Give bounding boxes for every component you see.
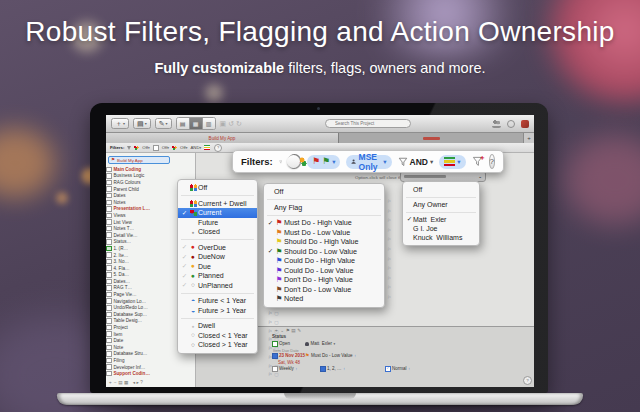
logic-dropdown[interactable]: AND ▾: [398, 157, 434, 167]
checkbox[interactable]: [106, 325, 112, 331]
search-input[interactable]: [325, 119, 411, 128]
print-button[interactable]: ▤▾: [133, 118, 151, 129]
menu-item[interactable]: ✓ UnPlanned: [178, 281, 257, 291]
menu-item[interactable]: Could Do - High Value: [264, 256, 384, 266]
menu-item[interactable]: ✓ Matt Exler: [403, 215, 479, 224]
stepper-icon[interactable]: ↕: [408, 366, 410, 371]
menu-item[interactable]: Any Owner: [403, 200, 479, 209]
logic-dropdown[interactable]: AND▾: [190, 145, 201, 150]
menu-item[interactable]: Future > 1 Year: [178, 306, 257, 316]
checkbox[interactable]: [106, 358, 112, 364]
repeat-field[interactable]: Weekly↕: [272, 366, 297, 372]
checkbox[interactable]: [106, 252, 112, 258]
view-columns-icon[interactable]: ▦: [190, 118, 203, 129]
menu-item[interactable]: ✓ Must Do - High Value: [264, 218, 384, 228]
checkbox[interactable]: [106, 219, 112, 225]
menu-item[interactable]: Could Do - Low Value: [264, 266, 384, 276]
checkbox[interactable]: [106, 259, 112, 265]
priority-field[interactable]: ✓Normal↕: [385, 366, 410, 372]
sidebar-item[interactable]: Support Codin…: [106, 370, 196, 377]
checkbox[interactable]: [106, 305, 112, 311]
checkbox[interactable]: [106, 345, 112, 351]
edit-button[interactable]: ✎▾: [155, 118, 172, 129]
help-button[interactable]: ?: [489, 154, 495, 169]
checkbox[interactable]: [106, 226, 112, 232]
checkbox[interactable]: [106, 239, 112, 245]
inspector-toolbar[interactable]: ＋⌄⚑▤✎: [274, 328, 303, 333]
sidebar-item[interactable]: Main Coding: [106, 166, 196, 173]
menu-item[interactable]: Should Do - High Value: [264, 237, 384, 247]
checkbox[interactable]: [106, 265, 112, 271]
owner-filter-dropdown[interactable]: Off▾: [180, 145, 187, 150]
menu-item[interactable]: Off: [264, 187, 384, 197]
menu-item[interactable]: Any Flag: [264, 203, 384, 213]
tab-build-my-app[interactable]: Build My App: [106, 133, 339, 143]
checkbox[interactable]: [106, 338, 112, 344]
checkbox[interactable]: [106, 364, 112, 370]
menu-item[interactable]: Closed: [178, 227, 257, 237]
view-mode-segmented-control[interactable]: ▤▦▥: [176, 117, 216, 130]
checkbox[interactable]: [106, 167, 112, 173]
menu-item[interactable]: Must Do - Low Value: [264, 228, 384, 238]
checkbox[interactable]: [106, 272, 112, 278]
menu-item[interactable]: ✓ DueNow: [178, 252, 257, 262]
stepper-icon[interactable]: ↕: [354, 353, 356, 358]
checkbox[interactable]: [106, 298, 112, 304]
menu-item[interactable]: Off: [403, 185, 479, 194]
checkbox[interactable]: [106, 206, 112, 212]
menu-item[interactable]: Knuck Williams: [403, 233, 479, 242]
checkbox[interactable]: [106, 351, 112, 357]
menu-item[interactable]: ✓ Current: [178, 208, 257, 218]
new-tab-button[interactable]: +: [523, 133, 534, 143]
menu-item[interactable]: Future < 1 Year: [178, 296, 257, 306]
sidebar-footer-toolbar[interactable]: ＋−▤▦ ◂▸?: [108, 380, 144, 385]
menu-item[interactable]: Dwell: [178, 321, 257, 331]
checkbox[interactable]: [106, 173, 112, 179]
toggle-knob[interactable]: [287, 155, 300, 168]
sidebar-item[interactable]: Filing: [106, 357, 196, 364]
collaborators-icon[interactable]: [492, 120, 501, 128]
menu-item[interactable]: Don't Do - High Value: [264, 275, 384, 285]
menu-item[interactable]: Noted: [264, 294, 384, 304]
help-icon[interactable]: ?: [523, 376, 532, 385]
checkbox[interactable]: [106, 371, 112, 377]
checkbox[interactable]: [106, 292, 112, 298]
menu-item[interactable]: Don't Do - Low Value: [264, 285, 384, 295]
menu-item[interactable]: Closed < 1 Year: [178, 331, 257, 341]
checkbox[interactable]: [106, 312, 112, 318]
owner-field[interactable]: Matt Exler▾: [305, 341, 335, 346]
menu-item[interactable]: Future: [178, 218, 257, 228]
days-field[interactable]: 1, 2, …↕: [320, 366, 345, 372]
menu-item[interactable]: ✓ Due: [178, 262, 257, 272]
menu-item[interactable]: Current + Dwell: [178, 199, 257, 209]
stepper-icon[interactable]: ↕: [343, 366, 345, 371]
sidebar-selected-source[interactable]: ⚑ Build My App: [108, 156, 170, 164]
menu-item[interactable]: ✓ Should Do - Low Value: [264, 247, 384, 257]
menu-item[interactable]: G I. Joe: [403, 224, 479, 233]
checkbox[interactable]: [106, 200, 112, 206]
menu-item[interactable]: Off: [178, 183, 257, 193]
due-date-field[interactable]: 23 Nov 2015↕: [272, 353, 309, 359]
tab-untitled[interactable]: [339, 133, 523, 143]
help-icon[interactable]: ?: [214, 144, 222, 152]
owner-filter-dropdown[interactable]: MSE Only ▾: [346, 155, 391, 169]
add-button[interactable]: ＋▾: [111, 118, 129, 129]
checkbox[interactable]: [106, 331, 112, 337]
flag-filter-dropdown[interactable]: Off▾: [162, 145, 169, 150]
checkbox[interactable]: [106, 246, 112, 252]
status-filter-dropdown[interactable]: Off▾: [142, 145, 149, 150]
checkbox[interactable]: [106, 193, 112, 199]
view-detail-icon[interactable]: ▥: [203, 118, 215, 129]
checkbox[interactable]: [106, 285, 112, 291]
menu-item[interactable]: ✓ Planned: [178, 271, 257, 281]
checkbox[interactable]: [106, 318, 112, 324]
checkbox-checked[interactable]: ✓: [385, 366, 391, 372]
view-list-icon[interactable]: ▤: [177, 118, 190, 129]
checkbox[interactable]: [272, 341, 278, 347]
priority-filter-dropdown[interactable]: ▾: [439, 155, 465, 169]
add-filter-button[interactable]: ＋: [472, 156, 483, 168]
sync-status-icon[interactable]: [507, 120, 515, 128]
checkbox[interactable]: [272, 366, 278, 372]
stepper-icon[interactable]: ↕: [295, 366, 297, 371]
flag-filter-dropdown[interactable]: ⚑ ⚑ ▾: [307, 155, 340, 169]
